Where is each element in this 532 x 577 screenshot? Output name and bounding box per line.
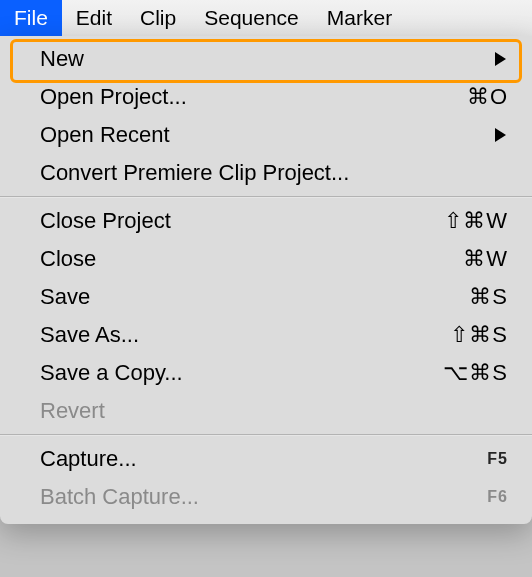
menubar-item-edit[interactable]: Edit [62,0,126,36]
chevron-right-icon [495,52,506,66]
menu-item-save-as[interactable]: Save As... ⇧⌘S [0,316,532,354]
menu-item-shortcut: ⌘O [467,84,508,110]
menu-item-shortcut: F6 [487,488,508,506]
menu-item-label: New [40,46,487,72]
menu-item-label: Save As... [40,322,450,348]
menu-item-capture[interactable]: Capture... F5 [0,440,532,478]
menubar-label: Sequence [204,6,299,30]
menu-item-shortcut: ⇧⌘S [450,322,508,348]
menu-item-save-a-copy[interactable]: Save a Copy... ⌥⌘S [0,354,532,392]
menu-item-new[interactable]: New [0,40,532,78]
menu-item-save[interactable]: Save ⌘S [0,278,532,316]
menu-item-label: Close Project [40,208,444,234]
menu-item-label: Open Project... [40,84,467,110]
menu-item-open-recent[interactable]: Open Recent [0,116,532,154]
menu-item-label: Save [40,284,469,310]
menubar-label: File [14,6,48,30]
menu-item-label: Save a Copy... [40,360,443,386]
menubar-item-marker[interactable]: Marker [313,0,406,36]
menu-item-label: Capture... [40,446,487,472]
menubar-label: Clip [140,6,176,30]
menu-item-shortcut: F5 [487,450,508,468]
menu-item-revert: Revert [0,392,532,430]
menu-item-label: Revert [40,398,508,424]
menu-item-shortcut: ⌘W [463,246,508,272]
menubar-label: Marker [327,6,392,30]
menu-item-open-project[interactable]: Open Project... ⌘O [0,78,532,116]
menu-item-label: Batch Capture... [40,484,487,510]
menu-separator [0,434,532,436]
menu-item-shortcut: ⌘S [469,284,508,310]
chevron-right-icon [495,128,506,142]
menu-item-label: Close [40,246,463,272]
menubar: File Edit Clip Sequence Marker [0,0,532,36]
menu-item-close[interactable]: Close ⌘W [0,240,532,278]
menubar-item-file[interactable]: File [0,0,62,36]
menu-item-shortcut: ⇧⌘W [444,208,508,234]
menu-separator [0,196,532,198]
menubar-item-sequence[interactable]: Sequence [190,0,313,36]
menu-item-close-project[interactable]: Close Project ⇧⌘W [0,202,532,240]
menu-item-label: Convert Premiere Clip Project... [40,160,508,186]
menu-item-shortcut: ⌥⌘S [443,360,508,386]
menu-item-convert-premiere-clip[interactable]: Convert Premiere Clip Project... [0,154,532,192]
file-menu-dropdown: New Open Project... ⌘O Open Recent Conve… [0,36,532,524]
menubar-item-clip[interactable]: Clip [126,0,190,36]
menu-item-batch-capture: Batch Capture... F6 [0,478,532,516]
menubar-label: Edit [76,6,112,30]
menu-item-label: Open Recent [40,122,487,148]
